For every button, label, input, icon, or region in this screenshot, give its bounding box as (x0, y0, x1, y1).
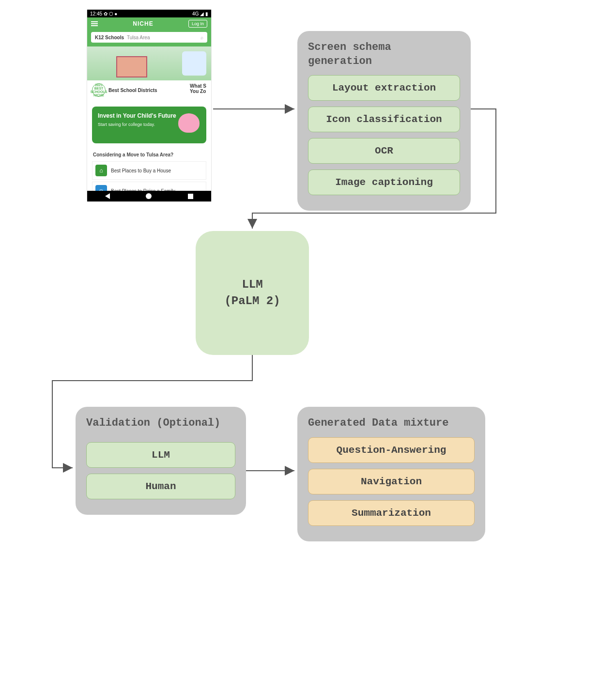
search-input[interactable]: K12 SchoolsTulsa Area ⌕ (91, 32, 207, 43)
search-icon: ⌕ (200, 35, 203, 40)
validation-box: Validation (Optional) LLM Human (76, 407, 246, 515)
pill-summarization: Summarization (308, 500, 475, 526)
home-icon[interactable] (146, 193, 152, 199)
promo-subtitle: Start saving for college today. (98, 122, 200, 127)
llm-label-1: LLM (242, 277, 262, 293)
status-time: 12:45 (90, 11, 102, 16)
card1-label: Best School Districts (108, 88, 157, 93)
card-row: 2021 BEST SCHOOLS NICHE Best School Dist… (87, 80, 211, 100)
android-navbar (87, 191, 211, 201)
pill-validation-human: Human (86, 474, 235, 499)
schema-title: Screen schema generation (308, 41, 460, 68)
hamburger-icon[interactable] (91, 21, 98, 26)
pill-validation-llm: LLM (86, 442, 235, 468)
promo-card[interactable]: Invest in Your Child's Future Start savi… (92, 107, 206, 143)
llm-node: LLM (PaLM 2) (196, 231, 309, 355)
niche-badge-icon: 2021 BEST SCHOOLS NICHE (92, 83, 106, 97)
promo-title: Invest in Your Child's Future (98, 112, 200, 120)
search-row: K12 SchoolsTulsa Area ⌕ (87, 30, 211, 46)
mobile-screenshot: 12:45 ✿ ⬡ ● 4G ◢ ▮ NICHE Log In K12 Scho… (87, 10, 211, 201)
pill-qa: Question-Answering (308, 437, 475, 463)
list-item[interactable]: ⌂ Best Places to Buy a House (92, 161, 206, 180)
pill-layout-extraction: Layout extraction (308, 75, 460, 101)
llm-label-2: (PaLM 2) (224, 293, 280, 309)
card-best-districts[interactable]: 2021 BEST SCHOOLS NICHE Best School Dist… (92, 83, 187, 97)
phone-statusbar: 12:45 ✿ ⬡ ● 4G ◢ ▮ (87, 10, 211, 17)
schema-generation-box: Screen schema generation Layout extracti… (297, 31, 471, 211)
section-heading: Considering a Move to Tulsa Area? (87, 150, 211, 159)
search-category: K12 Schools (95, 35, 124, 40)
status-icons-left: ✿ ⬡ ● (104, 11, 118, 16)
status-icons-right: 4G ◢ ▮ (192, 11, 208, 16)
back-icon[interactable] (105, 193, 110, 199)
recents-icon[interactable] (188, 194, 193, 199)
validation-title: Validation (Optional) (86, 416, 235, 431)
pill-image-captioning: Image captioning (308, 169, 460, 195)
pill-navigation: Navigation (308, 469, 475, 494)
brand-logo: NICHE (133, 20, 153, 27)
pill-icon-classification: Icon classification (308, 107, 460, 132)
card2-partial[interactable]: What S You Zo (190, 83, 206, 97)
item1-label: Best Places to Buy a House (111, 168, 171, 173)
search-area: Tulsa Area (127, 35, 150, 40)
generated-data-box: Generated Data mixture Question-Answerin… (297, 407, 485, 541)
login-button[interactable]: Log In (188, 20, 207, 28)
pill-ocr: OCR (308, 138, 460, 164)
house-icon: ⌂ (95, 165, 107, 176)
generated-title: Generated Data mixture (308, 416, 475, 431)
phone-appbar: NICHE Log In (87, 17, 211, 30)
hero-banner (87, 46, 211, 80)
